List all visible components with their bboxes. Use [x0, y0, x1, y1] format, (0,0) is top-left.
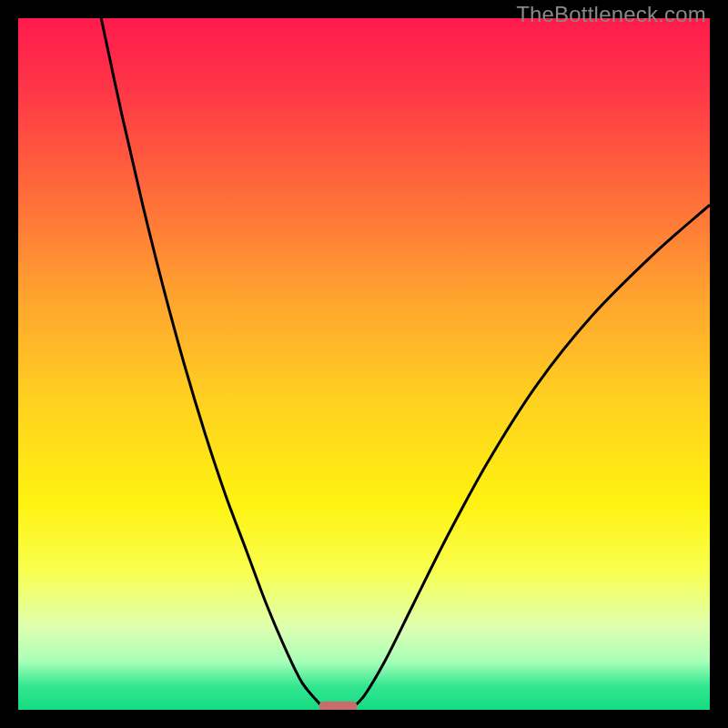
- bottleneck-marker: [319, 702, 358, 710]
- chart-frame: [18, 18, 710, 710]
- gradient-background: [18, 18, 710, 710]
- watermark-text: TheBottleneck.com: [516, 2, 706, 27]
- bottleneck-chart: [18, 18, 710, 710]
